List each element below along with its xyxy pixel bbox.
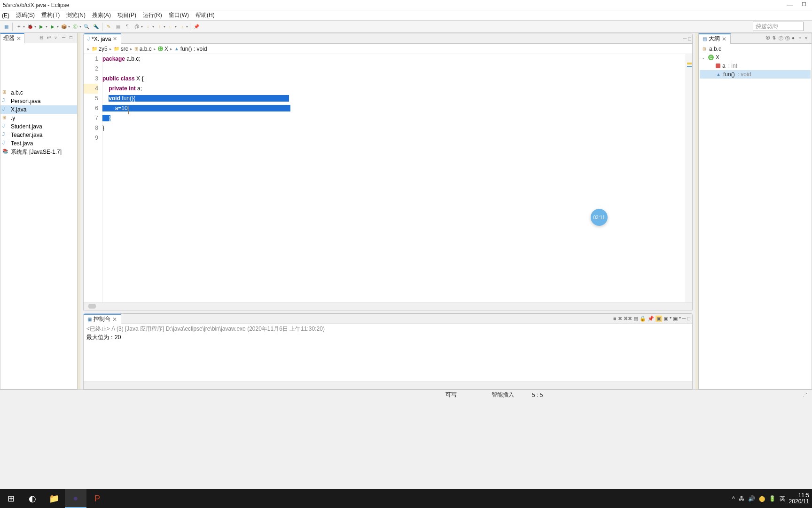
display-console-icon[interactable]: ▣ — [656, 316, 662, 322]
console-output[interactable]: 最大值为：20 — [84, 333, 692, 381]
menu-help[interactable]: 帮助(H) — [195, 11, 215, 19]
split-handle[interactable] — [78, 33, 80, 389]
view-menu-icon[interactable]: ▿ — [55, 35, 61, 41]
breadcrumb-project[interactable]: 📁zy5 — [92, 46, 108, 52]
code-line[interactable] — [102, 64, 686, 74]
search-icon[interactable]: 🔦 — [92, 23, 100, 31]
minimize-button[interactable]: — — [787, 1, 793, 9]
code-line[interactable]: public class X { — [102, 74, 686, 84]
code-editor[interactable]: 123456789 package a.b.c;public class X {… — [84, 54, 692, 302]
taskbar-app-obs[interactable]: ◐ — [22, 489, 43, 508]
link-editor-icon[interactable]: ⇄ — [47, 35, 54, 41]
remove-launch-icon[interactable]: ✖ — [618, 316, 622, 322]
hide-local-icon[interactable]: ○ — [798, 35, 804, 42]
focus-icon[interactable]: ⦿ — [765, 35, 771, 42]
menu-search[interactable]: 搜索(A) — [92, 11, 111, 19]
new-class-icon[interactable]: Ⓒ — [71, 23, 79, 31]
ruler-warning-mark[interactable] — [687, 63, 692, 64]
expand-icon[interactable]: ⌄ — [702, 55, 706, 60]
tray-volume-icon[interactable]: 🔊 — [748, 495, 755, 502]
outline-tab[interactable]: ▤ 大纲 ✕ — [699, 33, 731, 44]
close-icon[interactable]: ✕ — [722, 36, 726, 42]
hide-nonpublic-icon[interactable]: ● — [792, 35, 797, 42]
tree-item[interactable]: 📚系统库 [JavaSE-1.7] — [0, 148, 77, 156]
maximize-button[interactable]: ☐ — [802, 1, 806, 9]
menu-edit[interactable]: (E) — [2, 12, 9, 19]
tree-item[interactable]: JPerson.java — [0, 97, 77, 105]
tree-item[interactable]: JX.java — [0, 105, 77, 114]
console-tab[interactable]: ▣ 控制台 ✕ — [84, 314, 121, 324]
maximize-icon[interactable]: □ — [688, 36, 691, 41]
close-icon[interactable]: ✕ — [112, 316, 117, 323]
minimize-icon[interactable]: ─ — [62, 35, 69, 41]
tree-item[interactable]: JTest.java — [0, 139, 77, 148]
scroll-thumb[interactable] — [88, 304, 96, 309]
terminate-icon[interactable]: ■ — [613, 316, 617, 322]
hide-static-icon[interactable]: ⓢ — [785, 35, 791, 42]
tree-item[interactable]: JStudent.java — [0, 122, 77, 131]
menu-navigate[interactable]: 浏览(N) — [66, 11, 86, 19]
tray-up-icon[interactable]: ^ — [732, 495, 735, 502]
close-icon[interactable]: ✕ — [113, 36, 117, 42]
collapse-all-icon[interactable]: ⊟ — [39, 35, 46, 41]
code-line[interactable] — [102, 133, 686, 143]
tray-battery-icon[interactable]: 🔋 — [769, 495, 776, 502]
menu-project[interactable]: 项目(P) — [117, 11, 136, 19]
code-line[interactable]: a=10; — [102, 103, 686, 113]
breadcrumb-src[interactable]: 📁src — [114, 46, 128, 52]
magic-wand-icon[interactable]: ✦ — [15, 23, 23, 31]
maximize-icon[interactable]: □ — [687, 316, 690, 322]
outline-item[interactable]: ▲fun(): void — [700, 70, 811, 79]
maximize-icon[interactable]: □ — [70, 35, 76, 41]
forward-icon[interactable]: → — [178, 23, 186, 31]
code-line[interactable]: } — [102, 113, 686, 123]
outline-item[interactable]: ⊞a.b.c — [700, 45, 811, 53]
open-type-icon[interactable]: 🔍 — [82, 23, 91, 31]
floating-timer-badge[interactable]: 03:11 — [591, 209, 608, 226]
tray-shield-icon[interactable]: ⬤ — [759, 495, 765, 502]
sort-icon[interactable]: ⇅ — [772, 35, 778, 42]
back-icon[interactable]: ← — [166, 23, 175, 31]
view-menu-icon[interactable]: ▿ — [805, 35, 811, 42]
minimize-icon[interactable]: ─ — [682, 316, 686, 322]
breadcrumb-method[interactable]: ▲fun() : void — [174, 46, 207, 52]
outline-item[interactable]: a: int — [700, 62, 811, 70]
code-text[interactable]: package a.b.c;public class X { private i… — [102, 54, 686, 302]
start-button[interactable]: ⊞ — [0, 489, 22, 508]
prev-annotation-icon[interactable]: ↑ — [155, 23, 164, 31]
taskbar-app-explorer[interactable]: 📁 — [43, 489, 65, 508]
remove-all-icon[interactable]: ✖✖ — [624, 316, 632, 322]
tree-item[interactable]: ⊞a.b.c — [0, 88, 77, 97]
open-console-icon[interactable]: ▣ — [664, 316, 668, 322]
clear-console-icon[interactable]: ▤ — [633, 316, 638, 322]
outline-tree[interactable]: ⊞a.b.c⌄CXa: int▲fun(): void — [699, 44, 812, 389]
annotation-icon[interactable]: @ — [133, 23, 141, 31]
tree-item[interactable]: JTeacher.java — [0, 131, 77, 139]
package-tree[interactable]: ⊞a.b.cJPerson.javaJX.java⊞.yJStudent.jav… — [0, 43, 77, 389]
menu-window[interactable]: 窗口(W) — [169, 11, 189, 19]
scroll-lock-icon[interactable]: 🔒 — [640, 316, 646, 322]
code-line[interactable]: void fun(){ — [102, 94, 686, 103]
code-line[interactable]: package a.b.c; — [102, 54, 686, 64]
run-last-icon[interactable]: ▶ — [48, 23, 57, 31]
console-scrollbar[interactable] — [84, 381, 692, 389]
ruler-selection-mark[interactable] — [687, 66, 692, 67]
tray-ime[interactable]: 英 — [780, 495, 785, 503]
open-perspective-icon[interactable]: ▦ — [2, 23, 10, 31]
pin-console-icon[interactable]: 📌 — [648, 316, 654, 322]
debug-icon[interactable]: 🐞 — [26, 23, 34, 31]
show-whitespace-icon[interactable]: ¶ — [123, 23, 132, 31]
toggle-mark-icon[interactable]: ✎ — [104, 23, 113, 31]
tree-item[interactable]: ⊞.y — [0, 114, 77, 122]
taskbar-app-powerpoint[interactable]: P — [86, 489, 108, 508]
run-icon[interactable]: ▶ — [37, 23, 46, 31]
tray-network-icon[interactable]: 🖧 — [739, 495, 744, 502]
hide-fields-icon[interactable]: ⓕ — [779, 35, 784, 42]
new-package-icon[interactable]: 📦 — [60, 23, 68, 31]
taskbar-app-eclipse[interactable]: ● — [65, 489, 86, 508]
next-annotation-icon[interactable]: ↓ — [144, 23, 152, 31]
minimize-icon[interactable]: ─ — [683, 36, 687, 41]
outline-item[interactable]: ⌄CX — [700, 53, 811, 62]
toggle-block-icon[interactable]: ▤ — [114, 23, 122, 31]
menu-run[interactable]: 运行(R) — [143, 11, 162, 19]
